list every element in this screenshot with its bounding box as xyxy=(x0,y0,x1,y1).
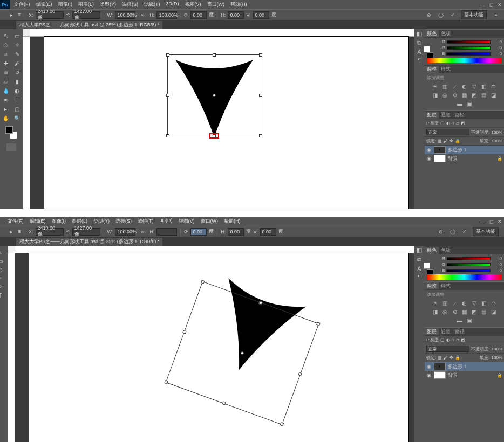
document-canvas[interactable] xyxy=(44,37,408,209)
swatches-tab[interactable]: 色板 xyxy=(439,247,453,254)
dock-icon-2[interactable]: ⧉ xyxy=(417,256,421,263)
menu-file[interactable]: 文件(F) xyxy=(14,1,30,8)
brush-tool[interactable]: 🖌 xyxy=(0,282,8,291)
adj-gradient-map-icon[interactable]: ▬ xyxy=(456,317,464,323)
b-value[interactable]: 0 xyxy=(492,51,502,56)
zoom-tool[interactable]: 🔍 xyxy=(11,114,23,123)
handle-bottom-mid[interactable] xyxy=(222,401,226,405)
angle-input[interactable]: 0.00 xyxy=(190,228,207,236)
eraser-tool[interactable]: ▱ xyxy=(0,77,11,86)
handle-mid-right[interactable] xyxy=(298,372,302,376)
dock-icon-2[interactable]: ⧉ xyxy=(417,39,421,46)
dock-icon-1[interactable]: ◧ xyxy=(417,247,422,254)
reset-icon[interactable]: ◯ xyxy=(437,11,445,19)
adj-invert-icon[interactable]: ◩ xyxy=(471,92,478,98)
close-button[interactable]: ✕ xyxy=(495,2,504,8)
filter-smart-icon[interactable]: ◩ xyxy=(461,121,465,126)
reset-icon[interactable]: ◯ xyxy=(449,228,457,236)
dock-icon-3[interactable]: A xyxy=(417,265,421,272)
fill-value[interactable]: 100% xyxy=(492,355,502,360)
layer-row-shape[interactable]: ◉ ▾ 多边形 1 xyxy=(425,146,504,154)
opacity-value[interactable]: 100% xyxy=(492,347,502,351)
crop-tool[interactable]: ⌗ xyxy=(0,274,8,282)
menu-filter[interactable]: 滤镜(T) xyxy=(144,1,160,8)
workspace-switcher[interactable]: 基本功能 xyxy=(473,227,499,236)
eyedropper-tool[interactable]: ✎ xyxy=(11,50,23,59)
search-icon[interactable]: » xyxy=(492,11,500,19)
menu-3d[interactable]: 3D(D) xyxy=(166,1,179,8)
cancel-icon[interactable]: ⊘ xyxy=(437,228,445,236)
move-tool[interactable]: ↖ xyxy=(0,248,8,257)
menu-filter[interactable]: 滤镜(T) xyxy=(138,218,154,225)
reference-point-grid[interactable]: ⊞ xyxy=(17,11,22,19)
filter-text-icon[interactable]: T xyxy=(452,121,454,126)
adj-hue-icon[interactable]: ◧ xyxy=(480,300,488,306)
layer-name-bg[interactable]: 背景 xyxy=(448,372,458,379)
opacity-value[interactable]: 100% xyxy=(492,130,502,135)
adj-bw-icon[interactable]: ◨ xyxy=(432,92,439,98)
maximize-button[interactable]: ◻ xyxy=(487,218,495,225)
commit-icon[interactable]: ✓ xyxy=(461,228,468,236)
menu-3d[interactable]: 3D(D) xyxy=(160,218,173,225)
shape-polygon[interactable] xyxy=(168,56,260,142)
dock-icon-1[interactable]: ◧ xyxy=(417,30,422,37)
crop-tool[interactable]: ⌗ xyxy=(0,50,11,59)
layers-tab[interactable]: 图层 xyxy=(425,328,439,335)
adj-photo-filter-icon[interactable]: ◎ xyxy=(441,308,449,315)
foreground-color-swatch[interactable] xyxy=(5,126,13,134)
adj-posterize-icon[interactable]: ▤ xyxy=(480,308,488,315)
menu-select[interactable]: 选择(S) xyxy=(115,218,132,225)
document-canvas[interactable] xyxy=(29,253,408,442)
lock-pixels-icon[interactable]: 🖌 xyxy=(444,139,448,143)
marquee-tool[interactable]: ▭ xyxy=(0,257,8,265)
g-slider[interactable] xyxy=(447,263,491,266)
g-value[interactable]: 0 xyxy=(492,45,502,50)
filter-smart-icon[interactable]: ◩ xyxy=(461,337,465,342)
styles-tab[interactable]: 样式 xyxy=(439,282,453,289)
x-input[interactable]: 2410.00 像 xyxy=(36,11,64,19)
close-button[interactable]: ✕ xyxy=(495,218,504,225)
y-input[interactable]: 1427.00 像 xyxy=(72,11,100,19)
paths-tab[interactable]: 路径 xyxy=(453,112,467,119)
visibility-toggle[interactable]: ◉ xyxy=(426,156,432,161)
dock-icon-4[interactable]: ¶ xyxy=(418,57,421,64)
r-slider[interactable] xyxy=(447,40,491,44)
menu-help[interactable]: 帮助(H) xyxy=(224,218,241,225)
gradient-tool[interactable]: ▮ xyxy=(11,77,23,86)
filter-pixel-icon[interactable]: ▢ xyxy=(440,337,445,342)
adj-mixer-icon[interactable]: ⊕ xyxy=(451,308,459,315)
lock-trans-icon[interactable]: ▦ xyxy=(438,139,442,143)
cancel-icon[interactable]: ⊘ xyxy=(425,11,433,19)
layer-row-bg[interactable]: ◉ 背景 🔒 xyxy=(425,371,504,379)
vskew-input[interactable]: 0.00 xyxy=(260,228,276,236)
adj-exposure-icon[interactable]: ◐ xyxy=(461,300,468,306)
adjustments-tab[interactable]: 调整 xyxy=(425,282,439,289)
lock-pixels-icon[interactable]: 🖌 xyxy=(444,355,448,360)
menu-window[interactable]: 窗口(W) xyxy=(207,1,225,8)
filter-adj-icon[interactable]: ◐ xyxy=(446,337,450,342)
adj-exposure-icon[interactable]: ◐ xyxy=(461,83,468,89)
adj-photo-filter-icon[interactable]: ◎ xyxy=(441,92,449,98)
menu-type[interactable]: 类型(Y) xyxy=(100,1,116,8)
adj-hue-icon[interactable]: ◧ xyxy=(480,83,488,89)
text-tool[interactable]: T xyxy=(11,95,23,105)
dodge-tool[interactable]: ◐ xyxy=(11,86,23,95)
adj-selective-icon[interactable]: ▣ xyxy=(466,100,473,107)
layer-filter-kind[interactable]: P 类型 xyxy=(426,337,439,343)
color-spectrum[interactable] xyxy=(427,274,502,280)
adj-threshold-icon[interactable]: ◪ xyxy=(490,308,498,315)
adj-balance-icon[interactable]: ⚖ xyxy=(490,83,498,89)
commit-icon[interactable]: ✓ xyxy=(449,11,457,19)
x-input[interactable]: 2410.00 像 xyxy=(36,228,64,236)
marquee-tool[interactable]: ▭ xyxy=(11,31,23,40)
swatches-tab[interactable]: 色板 xyxy=(439,30,453,37)
pen-tool[interactable]: ✒ xyxy=(0,95,11,105)
w-input[interactable]: 100.00% xyxy=(115,11,135,19)
menu-image[interactable]: 图像(I) xyxy=(52,218,66,225)
lock-pos-icon[interactable]: ✥ xyxy=(449,139,453,143)
b-slider[interactable] xyxy=(446,269,491,272)
dock-icon-4[interactable]: ¶ xyxy=(418,274,421,280)
adj-vibrance-icon[interactable]: ▽ xyxy=(471,300,478,306)
handle-bottom-left[interactable] xyxy=(164,380,168,384)
lasso-tool[interactable]: ◌ xyxy=(0,265,8,274)
